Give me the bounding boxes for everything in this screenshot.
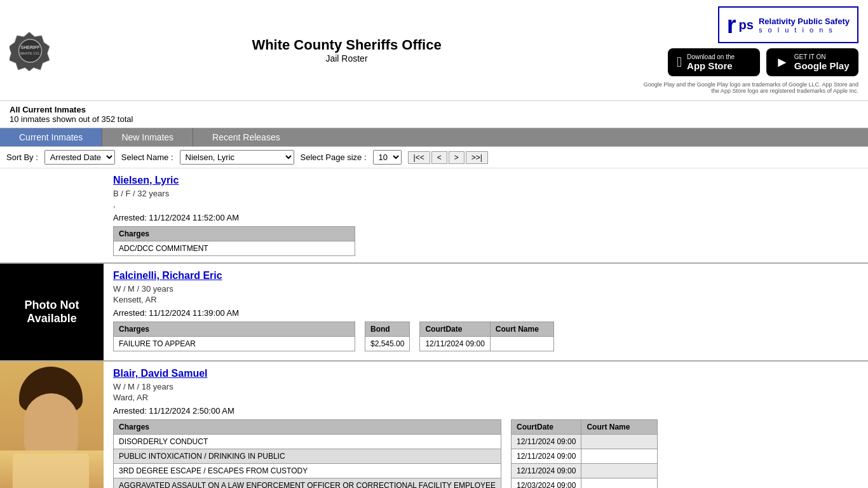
nielsen-photo [0, 168, 104, 262]
google-play-button[interactable]: ► GET IT ON Google Play [766, 48, 858, 76]
app-store-button[interactable]:  Download on the App Store [668, 48, 760, 76]
rps-logo: r ps Relativity Public Safety s o l u t … [718, 6, 858, 43]
rps-text: Relativity Public Safety s o l u t i o n… [759, 17, 850, 34]
court-name-cell [490, 337, 553, 351]
falcinelli-charges-section: Charges FAILURE TO APPEAR Bond $2,545.00 [113, 322, 858, 351]
prev-page-button[interactable]: < [431, 151, 447, 164]
court-date-cell: 12/03/2024 09:00 [512, 478, 581, 489]
charges-col-header: Charges [114, 322, 355, 337]
controls-bar: Sort By : Arrested Date Name Select Name… [0, 147, 868, 168]
court-name-cell [581, 449, 658, 464]
blair-info: W / M / 18 years [113, 382, 858, 391]
falcinelli-details: Falcinelli, Richard Eric W / M / 30 year… [104, 264, 868, 360]
bond-cell: $2,545.00 [365, 337, 410, 351]
rps-ps-letters: ps [739, 18, 754, 32]
court-date-cell: 12/11/2024 09:00 [512, 449, 581, 464]
falcinelli-arrested: Arrested: 11/12/2024 11:39:00 AM [113, 308, 858, 318]
falcinelli-charges-table: Charges FAILURE TO APPEAR [113, 322, 355, 351]
court-name-header: Court Name [490, 322, 553, 337]
page-size-label: Select Page size : [301, 152, 367, 162]
charge-cell: DISORDERLY CONDUCT [114, 435, 501, 449]
select-name-label: Select Name : [121, 152, 173, 162]
nielsen-charges-table: Charges ADC/DCC COMMITMENT [113, 226, 355, 256]
svg-point-1 [19, 39, 42, 62]
inmate-list: Nielsen, Lyric B / F / 32 years , Arrest… [0, 168, 868, 488]
nielsen-details: Nielsen, Lyric B / F / 32 years , Arrest… [104, 168, 868, 262]
sheriff-badge: SHERIFF WHITE CO. [10, 30, 51, 71]
falcinelli-info: W / M / 30 years [113, 284, 858, 294]
google-play-icon: ► [775, 54, 789, 71]
header-right: r ps Relativity Public Safety s o l u t … [642, 6, 858, 94]
blair-charges-table: Charges DISORDERLY CONDUCT PUBLIC INTOXI… [113, 419, 501, 488]
blair-charges-section: Charges DISORDERLY CONDUCT PUBLIC INTOXI… [113, 419, 858, 488]
app-store-name: App Store [687, 60, 735, 71]
court-date-header: CourtDate [420, 322, 490, 337]
charge-cell: AGGRAVATED ASSAULT ON A LAW ENFORCEMENT … [114, 478, 501, 489]
page-header: SHERIFF WHITE CO. White County Sheriffs … [0, 0, 868, 101]
bond-header: Bond [365, 322, 410, 337]
falcinelli-court-table: CourtDate Court Name 12/11/2024 09:00 [419, 322, 553, 351]
rps-full-name: Relativity Public Safety [759, 17, 850, 26]
blair-location: Ward, AR [113, 393, 858, 402]
table-row: Photo Not Available Falcinelli, Richard … [0, 264, 868, 362]
select-name-dropdown[interactable]: Nielsen, Lyric Falcinelli, Richard Eric … [180, 150, 294, 165]
nielsen-info: B / F / 32 years [113, 189, 858, 198]
court-date-cell: 12/11/2024 09:00 [512, 464, 581, 478]
photo-not-available-text: Photo Not Available [25, 299, 79, 325]
nielsen-arrested: Arrested: 11/12/2024 11:52:00 AM [113, 213, 858, 222]
falcinelli-name[interactable]: Falcinelli, Richard Eric [113, 270, 858, 281]
rps-solutions: s o l u t i o n s [759, 26, 850, 34]
agency-name: White County Sheriffs Office [51, 37, 642, 53]
sub-header: All Current Inmates 10 inmates shown out… [0, 101, 868, 128]
charge-cell: ADC/DCC COMMITMENT [114, 241, 355, 256]
table-row: Blair, David Samuel W / M / 18 years War… [0, 362, 868, 488]
trademark-text: Google Play and the Google Play logo are… [642, 81, 858, 94]
blair-name[interactable]: Blair, David Samuel [113, 368, 858, 379]
google-play-pre: GET IT ON [794, 53, 850, 60]
blair-arrested: Arrested: 11/12/2024 2:50:00 AM [113, 406, 858, 416]
court-name-cell [581, 464, 658, 478]
tab-new-inmates[interactable]: New Inmates [102, 128, 193, 146]
next-page-button[interactable]: > [449, 151, 465, 164]
app-store-text: Download on the App Store [687, 53, 735, 71]
all-current-inmates-label: All Current Inmates [10, 105, 858, 114]
charge-cell: FAILURE TO APPEAR [114, 337, 355, 351]
last-page-button[interactable]: >>| [466, 151, 488, 164]
court-name-header: Court Name [581, 420, 658, 435]
svg-text:SHERIFF: SHERIFF [21, 45, 41, 50]
court-name-cell [581, 435, 658, 449]
pagination-buttons: |<< < > >>| [408, 151, 488, 164]
court-name-cell [581, 478, 658, 489]
charge-cell: PUBLIC INTOXICATION / DRINKING IN PUBLIC [114, 449, 501, 464]
falcinelli-bond-table: Bond $2,545.00 [365, 322, 410, 351]
nielsen-location: , [113, 200, 858, 209]
court-date-header: CourtDate [512, 420, 581, 435]
app-store-pre: Download on the [687, 53, 735, 60]
falcinelli-photo: Photo Not Available [0, 264, 104, 360]
court-date-cell: 12/11/2024 09:00 [512, 435, 581, 449]
google-play-name: Google Play [794, 60, 850, 71]
charge-cell: 3RD DEGREE ESCAPE / ESCAPES FROM CUSTODY [114, 464, 501, 478]
court-date-cell: 12/11/2024 09:00 [420, 337, 490, 351]
page-size-select[interactable]: 10 25 50 [373, 150, 402, 165]
blair-details: Blair, David Samuel W / M / 18 years War… [104, 362, 868, 488]
table-row: Nielsen, Lyric B / F / 32 years , Arrest… [0, 168, 868, 264]
charges-col-header: Charges [114, 420, 501, 435]
first-page-button[interactable]: |<< [408, 151, 430, 164]
roster-subtitle: Jail Roster [51, 53, 642, 64]
rps-r-letter: r [727, 13, 736, 37]
apple-icon:  [677, 54, 682, 71]
header-title-block: White County Sheriffs Office Jail Roster [51, 37, 642, 64]
sort-by-select[interactable]: Arrested Date Name [44, 150, 115, 165]
blair-photo [0, 362, 104, 488]
tab-recent-releases[interactable]: Recent Releases [193, 128, 299, 146]
inmates-count: 10 inmates shown out of 352 total [10, 114, 858, 124]
nielsen-name[interactable]: Nielsen, Lyric [113, 175, 858, 186]
falcinelli-location: Kensett, AR [113, 295, 858, 304]
google-play-text: GET IT ON Google Play [794, 53, 850, 71]
tab-current-inmates[interactable]: Current Inmates [0, 128, 102, 146]
sort-by-label: Sort By : [6, 152, 38, 162]
nav-tabs: Current Inmates New Inmates Recent Relea… [0, 128, 868, 147]
svg-text:WHITE CO.: WHITE CO. [20, 51, 41, 55]
app-buttons:  Download on the App Store ► GET IT ON … [668, 48, 858, 76]
